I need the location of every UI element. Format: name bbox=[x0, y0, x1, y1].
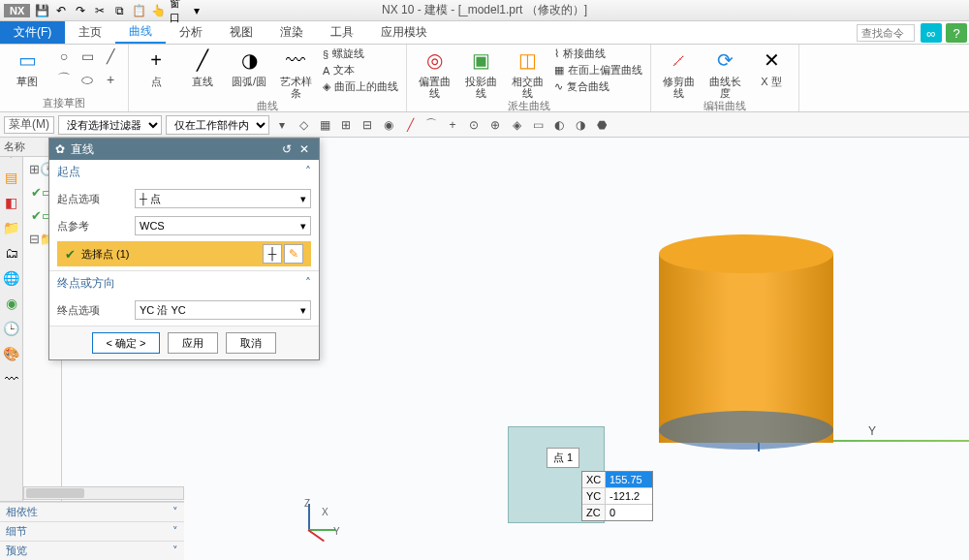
intersect-curve-button[interactable]: ◫相交曲线 bbox=[508, 47, 547, 99]
cut-icon[interactable]: ✂ bbox=[92, 3, 108, 18]
point-dialog-icon[interactable]: ✎ bbox=[284, 244, 303, 264]
bridge-curve-button[interactable]: ⌇桥接曲线 bbox=[554, 47, 642, 61]
dialog-title-bar[interactable]: ✿ 直线 ↺ ✕ bbox=[49, 139, 319, 160]
select-point-row[interactable]: ✔ 选择点 (1) ┼ ✎ bbox=[57, 241, 311, 266]
nav-icon[interactable]: 🗂 bbox=[3, 244, 20, 262]
tab-tools[interactable]: 工具 bbox=[317, 21, 367, 44]
trim-curve-button[interactable]: ⟋修剪曲线 bbox=[659, 47, 698, 99]
offset-on-face-button[interactable]: ▦在面上偏置曲线 bbox=[554, 63, 642, 78]
tb-icon[interactable]: ╱ bbox=[401, 116, 419, 134]
tb-icon[interactable]: ⊟ bbox=[359, 116, 376, 134]
redo-icon[interactable]: ↷ bbox=[73, 3, 88, 18]
tb-icon[interactable]: ◇ bbox=[295, 116, 312, 134]
panel-detail[interactable]: 细节˅ bbox=[0, 521, 184, 541]
tb-icon[interactable]: ▭ bbox=[529, 116, 547, 134]
spline-icon: 〰 bbox=[282, 47, 309, 74]
offset-curve-button[interactable]: ◎偏置曲线 bbox=[415, 47, 453, 99]
tb-icon[interactable]: + bbox=[444, 116, 461, 134]
nav-icon[interactable]: ◧ bbox=[3, 194, 20, 211]
tab-home[interactable]: 主页 bbox=[65, 21, 115, 44]
nav-icon[interactable]: 🌐 bbox=[3, 269, 20, 287]
tab-file[interactable]: 文件(F) bbox=[0, 21, 65, 44]
sketch-shapes: ○ ▭ ╱ ⌒ ⬭ + bbox=[54, 47, 120, 89]
help-icon[interactable]: ? bbox=[946, 23, 967, 43]
surface-curve-button[interactable]: ◈曲面上的曲线 bbox=[323, 79, 398, 94]
helix-button[interactable]: §螺旋线 bbox=[323, 47, 398, 61]
point-label-popup[interactable]: 点 1 bbox=[547, 448, 579, 468]
sketch-button[interactable]: ▭ 草图 bbox=[8, 47, 47, 87]
tb-icon[interactable]: ◑ bbox=[572, 116, 589, 134]
touch-icon[interactable]: 👆 bbox=[150, 3, 166, 18]
end-option-combo[interactable]: YC 沿 YC▾ bbox=[135, 300, 311, 320]
tb-icon[interactable]: ⊕ bbox=[486, 116, 504, 134]
tab-view[interactable]: 视图 bbox=[216, 21, 266, 44]
composite-curve-button[interactable]: ∿复合曲线 bbox=[554, 79, 642, 94]
point-button[interactable]: +点 bbox=[137, 47, 175, 87]
cancel-button[interactable]: 取消 bbox=[226, 332, 276, 354]
group-label: 编辑曲线 bbox=[659, 99, 791, 113]
save-icon[interactable]: 💾 bbox=[34, 3, 49, 18]
apply-button[interactable]: 应用 bbox=[168, 332, 218, 354]
filter-combo-2[interactable]: 仅在工作部件内 bbox=[166, 115, 269, 135]
horizontal-scrollbar[interactable] bbox=[23, 486, 184, 500]
nav-icon[interactable]: ▤ bbox=[3, 169, 20, 186]
x-form-button[interactable]: ✕X 型 bbox=[752, 47, 791, 87]
tb-icon[interactable]: ▦ bbox=[316, 116, 333, 134]
search-input[interactable] bbox=[857, 24, 915, 42]
tb-icon[interactable]: ◉ bbox=[380, 116, 397, 134]
menu-button[interactable]: 菜单(M) bbox=[4, 116, 54, 134]
point-snap-icon[interactable]: ┼ bbox=[263, 244, 282, 264]
project-curve-button[interactable]: ▣投影曲线 bbox=[461, 47, 500, 99]
section-header[interactable]: 终点或方向˄ bbox=[49, 271, 319, 295]
ref-combo[interactable]: WCS▾ bbox=[135, 216, 311, 235]
line-icon[interactable]: ╱ bbox=[101, 47, 120, 66]
tb-icon[interactable]: ⬣ bbox=[593, 116, 610, 134]
history-icon[interactable]: 🕒 bbox=[3, 320, 20, 337]
point-icon[interactable]: + bbox=[101, 70, 120, 89]
panel-preview[interactable]: 预览˅ bbox=[0, 541, 184, 560]
tb-icon[interactable]: ◐ bbox=[550, 116, 568, 134]
panel-dependency[interactable]: 相依性˅ bbox=[0, 502, 184, 521]
command-finder-icon[interactable]: ∞ bbox=[921, 23, 942, 43]
tab-render[interactable]: 渲染 bbox=[266, 21, 317, 44]
spline-button[interactable]: 〰艺术样条 bbox=[276, 47, 315, 99]
text-curve-button[interactable]: A文本 bbox=[323, 63, 398, 78]
tab-analyze[interactable]: 分析 bbox=[166, 21, 216, 44]
section-header[interactable]: 起点˄ bbox=[49, 160, 319, 183]
dropdown-icon[interactable]: ▾ bbox=[189, 3, 204, 18]
copy-icon[interactable]: ⧉ bbox=[111, 3, 127, 18]
line-button[interactable]: ╱直线 bbox=[183, 47, 222, 87]
arc-icon[interactable]: ⌒ bbox=[54, 70, 74, 89]
arc-button[interactable]: ◑圆弧/圆 bbox=[230, 47, 268, 87]
zc-input[interactable]: 0 bbox=[606, 505, 652, 520]
nav-icon[interactable]: 〰 bbox=[3, 370, 20, 388]
tb-icon[interactable]: ⌒ bbox=[422, 116, 440, 134]
intersect-icon: ◫ bbox=[514, 47, 541, 74]
filter-combo-1[interactable]: 没有选择过滤器 bbox=[58, 115, 162, 135]
reset-icon[interactable]: ↺ bbox=[278, 140, 296, 158]
close-icon[interactable]: ✕ bbox=[296, 140, 313, 158]
cylinder-solid[interactable] bbox=[659, 234, 833, 448]
tab-application[interactable]: 应用模块 bbox=[367, 21, 441, 44]
nav-icon[interactable]: ◉ bbox=[3, 295, 20, 312]
rect-icon[interactable]: ▭ bbox=[78, 47, 97, 66]
composite-icon: ∿ bbox=[554, 80, 563, 93]
tb-icon[interactable]: ⊞ bbox=[337, 116, 355, 134]
tb-icon[interactable]: ⊙ bbox=[465, 116, 483, 134]
ok-button[interactable]: < 确定 > bbox=[92, 332, 161, 354]
ellipse-icon[interactable]: ⬭ bbox=[78, 70, 97, 89]
palette-icon[interactable]: 🎨 bbox=[3, 345, 20, 362]
view-triad[interactable]: Z Y X bbox=[298, 502, 337, 541]
nav-icon[interactable]: 📁 bbox=[3, 219, 20, 236]
paste-icon[interactable]: 📋 bbox=[131, 3, 146, 18]
curve-length-button[interactable]: ⟳曲线长度 bbox=[705, 47, 744, 99]
circle-icon[interactable]: ○ bbox=[54, 47, 74, 66]
xc-input[interactable]: 155.75 bbox=[606, 472, 652, 487]
yc-input[interactable]: -121.2 bbox=[606, 488, 652, 504]
tb-icon[interactable]: ◈ bbox=[508, 116, 525, 134]
tab-curve[interactable]: 曲线 bbox=[115, 21, 166, 44]
undo-icon[interactable]: ↶ bbox=[53, 3, 69, 18]
start-option-combo[interactable]: ┼ 点▾ bbox=[135, 189, 311, 208]
tb-icon[interactable]: ▾ bbox=[273, 116, 291, 134]
window-menu[interactable]: 窗口 bbox=[170, 3, 185, 18]
